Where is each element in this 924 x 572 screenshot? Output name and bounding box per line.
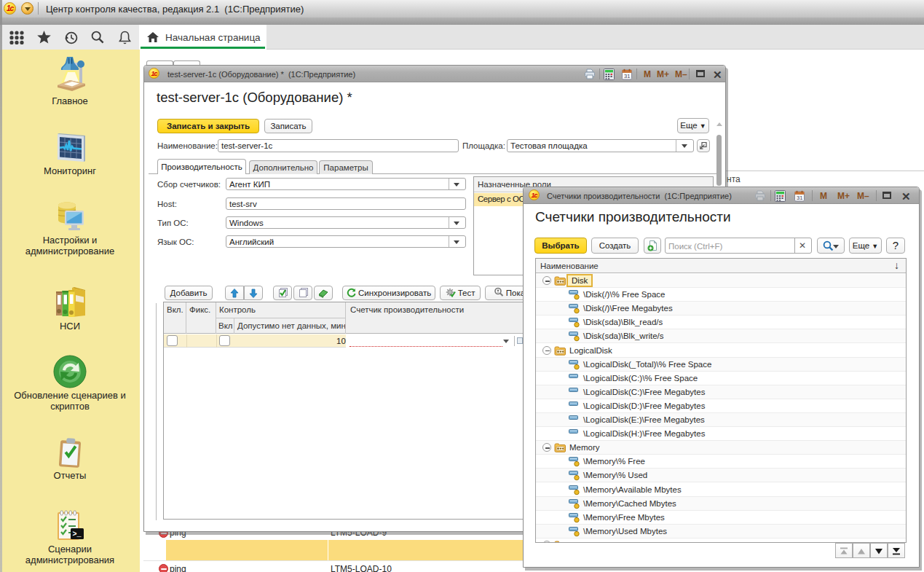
svg-text:31: 31 (624, 73, 630, 79)
svg-text:>_: >_ (73, 530, 82, 538)
svg-text:31: 31 (797, 195, 802, 201)
